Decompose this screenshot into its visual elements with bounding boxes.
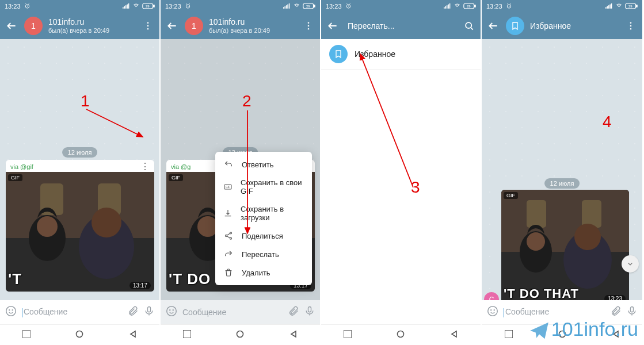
- svg-rect-94: [505, 330, 513, 338]
- mic-icon[interactable]: [304, 305, 315, 319]
- svg-rect-60: [447, 5, 448, 9]
- svg-point-9: [147, 22, 149, 24]
- share-icon: [223, 231, 234, 240]
- contact-title[interactable]: 101info.ru: [48, 18, 109, 26]
- svg-rect-13: [6, 172, 154, 238]
- nav-recent-icon[interactable]: [183, 330, 191, 340]
- svg-rect-31: [287, 5, 288, 9]
- svg-point-52: [173, 310, 173, 310]
- chat-app-bar: 1 101info.ru был(а) вчера в 20:49: [0, 13, 159, 39]
- wifi-icon: [293, 3, 300, 10]
- menu-dots-icon[interactable]: [141, 19, 155, 33]
- menu-dots-icon[interactable]: [302, 19, 315, 33]
- via-label: via @gif: [10, 163, 33, 170]
- back-icon[interactable]: [326, 19, 340, 33]
- status-time: 13:23: [5, 3, 21, 10]
- forward-item-name: Избранное: [355, 49, 395, 59]
- svg-point-79: [630, 22, 632, 24]
- nav-back-icon[interactable]: [450, 330, 458, 340]
- menu-delete[interactable]: Удалить: [215, 263, 312, 282]
- date-chip: 12 июля: [544, 178, 580, 189]
- attach-icon[interactable]: [288, 305, 299, 319]
- context-menu: Ответить GIF Сохранить в свои GIF Сохран…: [215, 152, 312, 285]
- menu-forward[interactable]: Переслать: [215, 245, 312, 263]
- nav-home-icon[interactable]: [236, 330, 244, 340]
- svg-rect-64: [474, 5, 475, 6]
- emoji-icon[interactable]: [486, 305, 499, 320]
- nav-home-icon[interactable]: [397, 330, 405, 340]
- forwarded-from-avatar[interactable]: С: [484, 292, 499, 300]
- back-icon[interactable]: [5, 19, 18, 33]
- svg-point-20: [6, 306, 16, 316]
- chat-body[interactable]: 12 июля С GIF 13:23 'T DO THAT: [482, 39, 642, 300]
- gif-image: [501, 190, 629, 300]
- forward-app-bar: Переслать...: [321, 13, 481, 39]
- svg-rect-30: [286, 5, 287, 9]
- menu-dots-icon[interactable]: [624, 19, 638, 33]
- svg-point-22: [12, 310, 13, 310]
- menu-reply[interactable]: Ответить: [215, 155, 312, 174]
- svg-rect-32: [289, 3, 290, 9]
- svg-rect-72: [607, 6, 608, 9]
- nav-home-icon[interactable]: [558, 330, 566, 340]
- nav-back-icon[interactable]: [289, 330, 298, 340]
- nav-back-icon[interactable]: [612, 330, 620, 340]
- message-input[interactable]: Сообщение: [22, 307, 123, 317]
- mic-icon[interactable]: [143, 305, 155, 319]
- svg-rect-5: [128, 3, 129, 9]
- meme-caption: 'T DO THAT: [504, 286, 579, 300]
- menu-save-gif[interactable]: GIF Сохранить в свои GIF: [215, 174, 312, 200]
- chat-body[interactable]: 12 июля via @gif ⋮: [0, 39, 159, 300]
- status-time: 13:23: [486, 3, 502, 10]
- contact-title[interactable]: 101info.ru: [209, 18, 270, 26]
- nav-back-icon[interactable]: [129, 330, 137, 340]
- svg-point-90: [488, 306, 498, 316]
- emoji-icon[interactable]: [5, 305, 17, 320]
- forward-item-favorites[interactable]: Избранное: [321, 39, 481, 70]
- search-icon[interactable]: [462, 19, 476, 33]
- menu-save-downloads[interactable]: Сохранить в загрузки: [215, 200, 312, 227]
- svg-point-80: [630, 25, 632, 27]
- via-label: via @g: [171, 163, 190, 170]
- svg-rect-53: [308, 307, 311, 312]
- back-icon[interactable]: [486, 19, 500, 33]
- gif-image: [6, 172, 154, 292]
- scroll-down-button[interactable]: [622, 255, 639, 273]
- chat-input-row: Сообщение: [482, 300, 642, 324]
- signal-icon: [123, 3, 130, 10]
- chat-body[interactable]: 12 июля via @g GIF 13:17 'T DO: [161, 39, 320, 300]
- svg-point-25: [77, 331, 83, 337]
- nav-recent-icon[interactable]: [344, 330, 352, 340]
- svg-rect-74: [609, 5, 611, 9]
- alarm-icon: [345, 3, 352, 10]
- message-input[interactable]: Сообщение: [504, 307, 605, 317]
- svg-point-10: [147, 25, 149, 27]
- saved-title[interactable]: Избранное: [530, 21, 571, 30]
- attach-icon[interactable]: [610, 305, 622, 319]
- nav-bar: [321, 324, 481, 345]
- svg-rect-71: [605, 7, 607, 8]
- contact-avatar[interactable]: 1: [185, 17, 203, 35]
- nav-recent-icon[interactable]: [505, 330, 513, 340]
- mic-icon[interactable]: [626, 305, 638, 319]
- emoji-icon[interactable]: [165, 305, 178, 320]
- nav-recent-icon[interactable]: [22, 330, 31, 340]
- message-card[interactable]: via @gif ⋮ GIF 13:17: [6, 160, 154, 292]
- nav-home-icon[interactable]: [75, 330, 83, 340]
- svg-rect-84: [527, 200, 546, 228]
- svg-rect-61: [448, 5, 449, 9]
- reply-icon: [223, 160, 234, 169]
- bookmark-avatar[interactable]: [506, 17, 524, 35]
- message-input[interactable]: Сообщение: [182, 308, 283, 317]
- contact-avatar[interactable]: 1: [24, 17, 43, 35]
- nav-bar: [0, 324, 159, 345]
- svg-point-17: [37, 216, 58, 237]
- menu-share[interactable]: Поделиться: [215, 227, 312, 245]
- svg-rect-7: [153, 5, 154, 6]
- svg-point-36: [308, 22, 310, 24]
- attach-icon[interactable]: [127, 305, 139, 319]
- forward-list[interactable]: Избранное: [321, 39, 481, 324]
- back-icon[interactable]: [165, 19, 179, 33]
- chat-app-bar: 1 101info.ru был(а) вчера в 20:49: [161, 13, 320, 39]
- message-card[interactable]: GIF 13:23 'T DO THAT: [501, 190, 629, 300]
